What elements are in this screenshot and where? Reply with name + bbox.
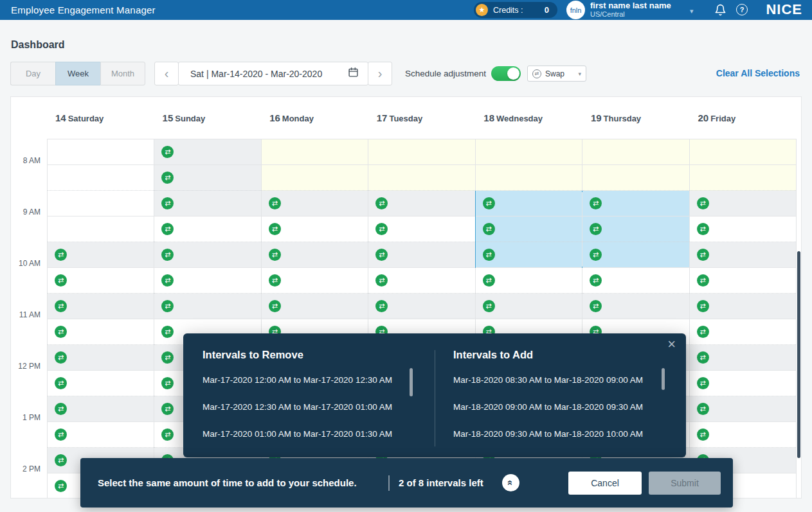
swap-icon[interactable]: ⇄	[269, 249, 281, 261]
swap-icon[interactable]: ⇄	[590, 274, 602, 287]
schedule-adjustment-toggle[interactable]	[491, 66, 521, 81]
close-icon[interactable]: ×	[667, 337, 676, 351]
swap-icon[interactable]: ⇄	[375, 274, 388, 287]
calendar-cell[interactable]: ⇄	[582, 294, 689, 319]
calendar-cell[interactable]	[48, 216, 154, 242]
calendar-cell[interactable]: ⇄	[690, 319, 796, 345]
calendar-cell[interactable]	[476, 139, 582, 165]
calendar-cell[interactable]: ⇄	[582, 242, 689, 268]
swap-icon[interactable]: ⇄	[590, 197, 602, 209]
calendar-cell[interactable]: ⇄	[690, 345, 796, 371]
swap-icon[interactable]: ⇄	[697, 326, 709, 338]
swap-icon[interactable]: ⇄	[55, 403, 67, 415]
calendar-cell[interactable]: ⇄	[690, 371, 796, 396]
user-info[interactable]: first name last name US/Central	[590, 1, 671, 19]
swap-icon[interactable]: ⇄	[590, 249, 602, 261]
calendar-cell[interactable]: ⇄	[154, 242, 260, 268]
swap-icon[interactable]: ⇄	[697, 351, 709, 364]
calendar-cell[interactable]: ⇄	[690, 422, 796, 448]
calendar-cell[interactable]: ⇄	[48, 396, 154, 422]
help-icon[interactable]: ?	[736, 4, 748, 15]
calendar-cell[interactable]: ⇄	[582, 191, 689, 216]
swap-icon[interactable]: ⇄	[55, 377, 67, 389]
add-list-scrollbar[interactable]	[662, 368, 665, 390]
collapse-button[interactable]: «	[502, 474, 519, 491]
swap-icon[interactable]: ⇄	[483, 274, 495, 287]
next-week-button[interactable]: ›	[368, 62, 392, 85]
calendar-cell[interactable]: ⇄	[368, 242, 474, 268]
swap-icon[interactable]: ⇄	[161, 197, 174, 209]
chevron-down-icon[interactable]: ▾	[690, 7, 694, 15]
swap-icon[interactable]: ⇄	[483, 249, 495, 261]
calendar-cell[interactable]: ⇄	[48, 422, 154, 448]
swap-icon[interactable]: ⇄	[161, 274, 174, 287]
calendar-cell[interactable]: ⇄	[476, 268, 582, 294]
swap-icon[interactable]: ⇄	[55, 249, 67, 261]
calendar-cell[interactable]	[368, 165, 474, 191]
submit-button[interactable]: Submit	[649, 472, 721, 495]
date-range-field[interactable]: Sat | Mar-14-2020 - Mar-20-2020	[178, 62, 368, 85]
calendar-cell[interactable]: ⇄	[262, 268, 368, 294]
cancel-button[interactable]: Cancel	[568, 472, 642, 495]
calendar-cell[interactable]: ⇄	[154, 191, 260, 216]
swap-icon[interactable]: ⇄	[269, 274, 281, 287]
calendar-cell[interactable]	[262, 165, 368, 191]
calendar-cell[interactable]: ⇄	[582, 268, 689, 294]
calendar-cell[interactable]: ⇄	[154, 165, 260, 191]
swap-icon[interactable]: ⇄	[161, 300, 174, 312]
swap-icon[interactable]: ⇄	[697, 223, 709, 235]
calendar-cell[interactable]	[262, 139, 368, 165]
vertical-scrollbar[interactable]	[797, 251, 800, 458]
calendar-cell[interactable]: ⇄	[690, 191, 796, 216]
calendar-cell[interactable]	[48, 191, 154, 216]
swap-icon[interactable]: ⇄	[697, 300, 709, 312]
calendar-cell[interactable]	[476, 165, 582, 191]
calendar-cell[interactable]: ⇄	[262, 294, 368, 319]
calendar-cell[interactable]: ⇄	[690, 294, 796, 319]
swap-icon[interactable]: ⇄	[697, 428, 709, 441]
calendar-icon[interactable]	[348, 67, 359, 80]
calendar-cell[interactable]: ⇄	[262, 191, 368, 216]
calendar-cell[interactable]: ⇄	[582, 216, 689, 242]
calendar-cell[interactable]: ⇄	[48, 242, 154, 268]
calendar-cell[interactable]	[48, 165, 154, 191]
swap-icon[interactable]: ⇄	[161, 223, 174, 235]
prev-week-button[interactable]: ‹	[154, 62, 179, 85]
adjustment-mode-dropdown[interactable]: ⇄ Swap ▾	[527, 66, 586, 82]
calendar-cell[interactable]: ⇄	[48, 268, 154, 294]
swap-icon[interactable]: ⇄	[161, 377, 174, 389]
calendar-cell[interactable]: ⇄	[154, 294, 260, 319]
calendar-cell[interactable]: ⇄	[476, 191, 582, 216]
swap-icon[interactable]: ⇄	[269, 300, 281, 312]
swap-icon[interactable]: ⇄	[161, 146, 174, 158]
calendar-cell[interactable]	[368, 139, 474, 165]
swap-icon[interactable]: ⇄	[375, 223, 388, 235]
swap-icon[interactable]: ⇄	[697, 274, 709, 287]
avatar[interactable]: fnln	[566, 1, 585, 19]
swap-icon[interactable]: ⇄	[590, 300, 602, 312]
calendar-cell[interactable]: ⇄	[368, 268, 474, 294]
swap-icon[interactable]: ⇄	[161, 351, 174, 364]
calendar-cell[interactable]: ⇄	[154, 139, 260, 165]
swap-icon[interactable]: ⇄	[161, 172, 174, 184]
calendar-cell[interactable]: ⇄	[48, 345, 154, 371]
swap-icon[interactable]: ⇄	[483, 300, 495, 312]
calendar-cell[interactable]: ⇄	[48, 371, 154, 396]
swap-icon[interactable]: ⇄	[55, 480, 67, 492]
calendar-cell[interactable]: ⇄	[262, 242, 368, 268]
swap-icon[interactable]: ⇄	[55, 351, 67, 364]
calendar-cell[interactable]: ⇄	[690, 268, 796, 294]
swap-icon[interactable]: ⇄	[55, 454, 67, 466]
calendar-cell[interactable]: ⇄	[690, 216, 796, 242]
view-button-day[interactable]: Day	[10, 62, 55, 85]
calendar-cell[interactable]	[690, 139, 796, 165]
swap-icon[interactable]: ⇄	[55, 428, 67, 441]
clear-all-selections-link[interactable]: Clear All Selections	[716, 68, 800, 78]
swap-icon[interactable]: ⇄	[697, 403, 709, 415]
calendar-cell[interactable]: ⇄	[690, 242, 796, 268]
swap-icon[interactable]: ⇄	[483, 223, 495, 235]
calendar-cell[interactable]: ⇄	[690, 396, 796, 422]
calendar-cell[interactable]: ⇄	[476, 294, 582, 319]
calendar-cell[interactable]: ⇄	[154, 268, 260, 294]
calendar-cell[interactable]: ⇄	[476, 216, 582, 242]
